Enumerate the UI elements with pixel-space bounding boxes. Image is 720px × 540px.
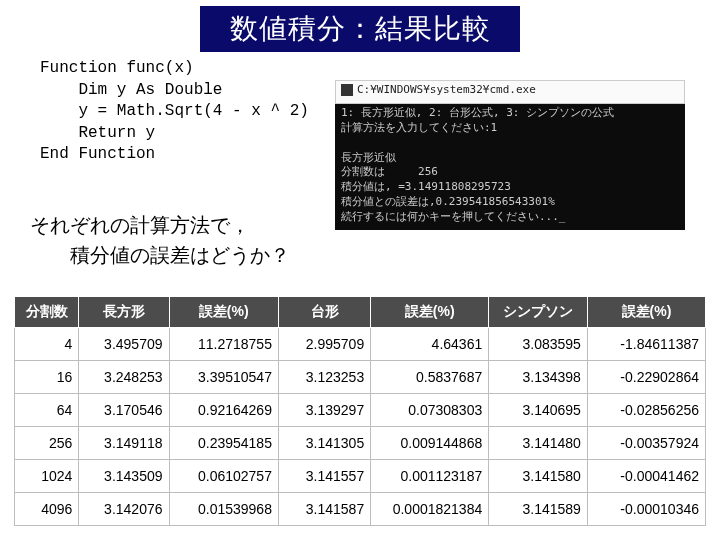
code-snippet: Function func(x) Dim y As Double y = Mat… [40, 58, 309, 166]
question-line-1: それぞれの計算方法で， [30, 210, 290, 240]
console-window: C:¥WINDOWS¥system32¥cmd.exe 1: 長方形近似, 2:… [335, 80, 685, 230]
table-row: 1024 3.143509 0.06102757 3.141557 0.0011… [15, 460, 706, 493]
cell-trap: 3.141305 [278, 427, 370, 460]
table-row: 16 3.248253 3.39510547 3.123253 0.583768… [15, 361, 706, 394]
cell-n: 64 [15, 394, 79, 427]
th-simp-err: 誤差(%) [587, 297, 705, 328]
cell-n: 1024 [15, 460, 79, 493]
th-simp: シンプソン [489, 297, 588, 328]
cell-rect-err: 11.2718755 [169, 328, 278, 361]
cell-trap-err: 0.001123187 [371, 460, 489, 493]
th-trap: 台形 [278, 297, 370, 328]
cell-rect: 3.149118 [79, 427, 169, 460]
console-title-text: C:¥WINDOWS¥system32¥cmd.exe [357, 83, 536, 96]
cell-rect: 3.142076 [79, 493, 169, 526]
cell-trap-err: 0.5837687 [371, 361, 489, 394]
cell-simp: 3.141580 [489, 460, 588, 493]
th-rect: 長方形 [79, 297, 169, 328]
cell-trap: 3.123253 [278, 361, 370, 394]
cell-trap: 3.139297 [278, 394, 370, 427]
cell-simp: 3.141589 [489, 493, 588, 526]
cell-rect-err: 0.23954185 [169, 427, 278, 460]
cell-rect-err: 0.06102757 [169, 460, 278, 493]
cell-n: 4096 [15, 493, 79, 526]
cell-rect-err: 0.92164269 [169, 394, 278, 427]
cell-trap-err: 0.0001821384 [371, 493, 489, 526]
table-row: 4096 3.142076 0.01539968 3.141587 0.0001… [15, 493, 706, 526]
cell-n: 4 [15, 328, 79, 361]
question-text: それぞれの計算方法で， 積分値の誤差はどうか？ [30, 210, 290, 270]
cmd-icon [341, 84, 353, 96]
cell-simp: 3.134398 [489, 361, 588, 394]
console-output: 1: 長方形近似, 2: 台形公式, 3: シンプソンの公式 計算方法を入力して… [335, 102, 685, 229]
th-n: 分割数 [15, 297, 79, 328]
cell-trap-err: 0.009144868 [371, 427, 489, 460]
cell-simp: 3.141480 [489, 427, 588, 460]
table-row: 64 3.170546 0.92164269 3.139297 0.073083… [15, 394, 706, 427]
th-trap-err: 誤差(%) [371, 297, 489, 328]
table-row: 256 3.149118 0.23954185 3.141305 0.00914… [15, 427, 706, 460]
cell-simp-err: -1.84611387 [587, 328, 705, 361]
cell-rect: 3.143509 [79, 460, 169, 493]
cell-rect: 3.248253 [79, 361, 169, 394]
cell-simp-err: -0.00357924 [587, 427, 705, 460]
th-rect-err: 誤差(%) [169, 297, 278, 328]
cell-rect: 3.170546 [79, 394, 169, 427]
cell-rect-err: 3.39510547 [169, 361, 278, 394]
cell-simp: 3.083595 [489, 328, 588, 361]
cell-trap-err: 0.07308303 [371, 394, 489, 427]
page-title: 数値積分：結果比較 [200, 6, 520, 52]
cell-trap-err: 4.64361 [371, 328, 489, 361]
cell-n: 256 [15, 427, 79, 460]
table-header-row: 分割数 長方形 誤差(%) 台形 誤差(%) シンプソン 誤差(%) [15, 297, 706, 328]
cell-trap: 3.141557 [278, 460, 370, 493]
cell-simp-err: -0.00010346 [587, 493, 705, 526]
cell-trap: 2.995709 [278, 328, 370, 361]
cell-simp-err: -0.00041462 [587, 460, 705, 493]
console-titlebar: C:¥WINDOWS¥system32¥cmd.exe [341, 83, 536, 96]
cell-trap: 3.141587 [278, 493, 370, 526]
table-row: 4 3.495709 11.2718755 2.995709 4.64361 3… [15, 328, 706, 361]
cell-rect-err: 0.01539968 [169, 493, 278, 526]
cell-simp-err: -0.02856256 [587, 394, 705, 427]
cell-simp-err: -0.22902864 [587, 361, 705, 394]
cell-simp: 3.140695 [489, 394, 588, 427]
results-table: 分割数 長方形 誤差(%) 台形 誤差(%) シンプソン 誤差(%) 4 3.4… [14, 296, 706, 526]
cell-n: 16 [15, 361, 79, 394]
cell-rect: 3.495709 [79, 328, 169, 361]
question-line-2: 積分値の誤差はどうか？ [30, 240, 290, 270]
